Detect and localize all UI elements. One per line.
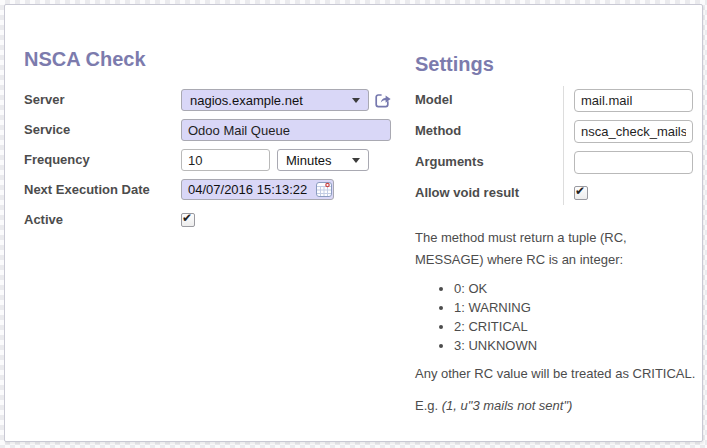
- server-select-value: nagios.example.net: [190, 93, 346, 108]
- method-input[interactable]: [574, 120, 693, 143]
- method-help-text: The method must return a tuple (RC, MESS…: [415, 227, 698, 417]
- help-example: E.g. (1, u"3 mails not sent"): [415, 395, 698, 417]
- example-prefix: E.g.: [415, 398, 442, 413]
- field-row-next-execution-date: Next Execution Date 04/07/2016 15:13:22: [24, 179, 399, 201]
- help-note: Any other RC value will be treated as CR…: [415, 363, 698, 385]
- example-value: (1, u"3 mails not sent"): [442, 398, 573, 413]
- frequency-input[interactable]: [181, 149, 270, 171]
- model-label: Model: [415, 89, 563, 111]
- service-label: Service: [24, 119, 181, 141]
- settings-section: Settings Model Method Arguments: [415, 52, 702, 417]
- method-label: Method: [415, 120, 563, 142]
- field-row-allow-void-result: Allow void result ✔: [415, 182, 702, 204]
- help-intro: The method must return a tuple (RC, MESS…: [415, 227, 698, 271]
- frequency-unit-value: Minutes: [286, 153, 346, 168]
- arguments-input[interactable]: [574, 151, 693, 174]
- check-icon: ✔: [182, 211, 192, 225]
- return-code-item: 3: UNKNOWN: [454, 336, 698, 355]
- allow-void-result-label: Allow void result: [415, 182, 563, 204]
- settings-title: Settings: [415, 52, 702, 76]
- server-select[interactable]: nagios.example.net: [181, 89, 369, 111]
- check-icon: ✔: [575, 184, 585, 198]
- next-execution-date-value: 04/07/2016 15:13:22: [188, 182, 307, 197]
- return-code-item: 1: WARNING: [454, 298, 698, 317]
- arguments-label: Arguments: [415, 151, 563, 173]
- active-label: Active: [24, 209, 181, 231]
- field-row-arguments: Arguments: [415, 151, 702, 174]
- calendar-icon[interactable]: [316, 182, 332, 202]
- active-checkbox[interactable]: ✔: [181, 213, 195, 227]
- field-row-server: Server nagios.example.net: [24, 89, 399, 111]
- model-input[interactable]: [574, 89, 693, 112]
- service-input[interactable]: [181, 119, 391, 141]
- field-row-active: Active ✔: [24, 209, 399, 231]
- form-window: NSCA Check Server nagios.example.net: [4, 4, 703, 442]
- field-row-model: Model: [415, 89, 702, 112]
- dropdown-arrow-icon: [352, 98, 360, 103]
- frequency-unit-select[interactable]: Minutes: [277, 149, 369, 171]
- dropdown-arrow-icon: [352, 158, 360, 163]
- external-link-icon[interactable]: [374, 91, 392, 109]
- frequency-label: Frequency: [24, 149, 181, 171]
- server-label: Server: [24, 89, 181, 111]
- return-code-item: 2: CRITICAL: [454, 317, 698, 336]
- return-code-list: 0: OK 1: WARNING 2: CRITICAL 3: UNKNOWN: [415, 279, 698, 355]
- next-execution-date-input[interactable]: 04/07/2016 15:13:22: [181, 179, 334, 200]
- page-title: NSCA Check: [24, 47, 399, 71]
- field-row-service: Service: [24, 119, 399, 141]
- field-row-frequency: Frequency Minutes: [24, 149, 399, 171]
- next-execution-date-label: Next Execution Date: [24, 179, 181, 201]
- field-row-method: Method: [415, 120, 702, 143]
- nsca-check-section: NSCA Check Server nagios.example.net: [24, 47, 399, 239]
- allow-void-result-checkbox[interactable]: ✔: [574, 186, 588, 200]
- return-code-item: 0: OK: [454, 279, 698, 298]
